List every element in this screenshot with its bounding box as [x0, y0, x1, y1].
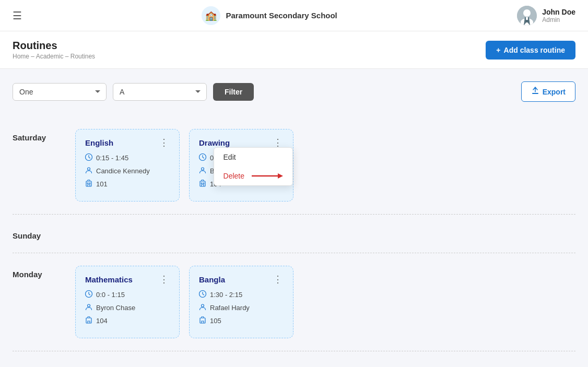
- english-teacher-detail: Candice Kennedy: [85, 167, 170, 175]
- svg-point-17: [88, 304, 90, 307]
- bangla-subject: Bangla: [199, 275, 225, 284]
- bangla-teacher-detail: Rafael Hardy: [199, 303, 284, 312]
- school-logo-icon: 🏫: [202, 6, 220, 25]
- english-room-detail: 101: [85, 180, 170, 188]
- saturday-label: Saturday: [13, 129, 75, 142]
- delete-menu-item[interactable]: Delete: [214, 167, 292, 185]
- building-icon-math: [85, 316, 92, 325]
- edit-menu-item[interactable]: Edit: [214, 148, 292, 167]
- mathematics-menu-button[interactable]: ⋮: [158, 275, 170, 284]
- person-icon-bangla: [199, 303, 206, 312]
- person-icon-math: [85, 303, 92, 312]
- user-name: John Doe: [542, 8, 575, 16]
- english-card-header: English ⋮: [85, 138, 170, 147]
- bangla-room-detail: 105: [199, 316, 284, 325]
- drawing-dropdown-menu: Edit Delete: [214, 147, 293, 186]
- section-filter[interactable]: A B C: [113, 83, 207, 101]
- export-label: Export: [543, 88, 566, 96]
- mathematics-room-detail: 104: [85, 316, 170, 325]
- english-card: English ⋮ 0:15 - 1:45: [75, 129, 180, 202]
- delete-arrow-icon: [252, 172, 283, 180]
- mathematics-card-header: Mathematics ⋮: [85, 275, 170, 284]
- mathematics-time-detail: 0:0 - 1:15: [85, 290, 170, 299]
- building-icon: [85, 180, 92, 188]
- main-content: One Two Three Four Five A B C Filter Exp…: [0, 69, 588, 364]
- sunday-row: Sunday: [13, 215, 575, 253]
- building-icon-drawing: [199, 180, 206, 188]
- monday-row: Monday Mathematics ⋮ 0:0 - 1:15: [13, 253, 575, 351]
- school-name: Paramount Secondary School: [226, 11, 337, 20]
- add-class-routine-label: Add class routine: [504, 46, 565, 54]
- english-room: 101: [96, 180, 108, 188]
- bangla-room: 105: [210, 317, 221, 325]
- person-icon: [85, 167, 92, 175]
- user-profile[interactable]: John Doe Admin: [517, 6, 575, 26]
- svg-point-1: [523, 9, 531, 17]
- bangla-menu-button[interactable]: ⋮: [272, 275, 284, 284]
- bangla-time-detail: 1:30 - 2:15: [199, 290, 284, 299]
- plus-icon: +: [496, 46, 500, 54]
- svg-point-20: [202, 304, 204, 307]
- svg-point-9: [88, 168, 90, 170]
- topnav: ☰ 🏫 Paramount Secondary School John Doe …: [0, 0, 588, 31]
- mathematics-time: 0:0 - 1:15: [96, 291, 125, 299]
- svg-rect-13: [200, 181, 205, 186]
- svg-point-12: [202, 168, 204, 170]
- clock-icon: [85, 153, 92, 162]
- page-title: Routines: [13, 40, 95, 52]
- svg-rect-7: [532, 93, 538, 94]
- class-filter[interactable]: One Two Three Four Five: [13, 83, 107, 101]
- building-icon-bangla: [199, 316, 206, 325]
- user-info: John Doe Admin: [542, 8, 575, 23]
- english-teacher: Candice Kennedy: [96, 167, 150, 175]
- add-class-routine-button[interactable]: + Add class routine: [486, 41, 575, 60]
- saturday-row: Saturday English ⋮ 0:15 - 1:45: [13, 116, 575, 215]
- mathematics-card: Mathematics ⋮ 0:0 - 1:15: [75, 266, 180, 338]
- filter-button[interactable]: Filter: [213, 83, 254, 101]
- export-icon: [531, 87, 539, 97]
- breadcrumb: Home – Academic – Routines: [13, 53, 95, 60]
- drawing-card-header: Drawing ⋮: [199, 138, 284, 147]
- hamburger-icon[interactable]: ☰: [13, 9, 22, 22]
- mathematics-room: 104: [96, 317, 108, 325]
- person-icon-drawing: [199, 167, 206, 175]
- mathematics-subject: Mathematics: [85, 275, 133, 284]
- bangla-teacher: Rafael Hardy: [210, 304, 250, 312]
- drawing-subject: Drawing: [199, 138, 230, 147]
- avatar: [517, 6, 537, 26]
- clock-icon-drawing: [199, 153, 206, 162]
- edit-label: Edit: [224, 153, 236, 161]
- drawing-menu-button[interactable]: ⋮: [272, 138, 284, 147]
- bangla-card-header: Bangla ⋮: [199, 275, 284, 284]
- school-branding: 🏫 Paramount Secondary School: [202, 6, 337, 25]
- svg-rect-21: [200, 318, 205, 323]
- page-header-left: Routines Home – Academic – Routines: [13, 40, 95, 60]
- delete-label: Delete: [224, 172, 244, 180]
- saturday-cards: English ⋮ 0:15 - 1:45: [75, 129, 575, 202]
- user-role: Admin: [542, 16, 575, 23]
- svg-marker-15: [278, 173, 283, 179]
- mathematics-teacher-detail: Byron Chase: [85, 303, 170, 312]
- filter-row: One Two Three Four Five A B C Filter Exp…: [13, 81, 575, 102]
- svg-rect-18: [86, 318, 91, 323]
- svg-rect-10: [86, 181, 91, 186]
- english-menu-button[interactable]: ⋮: [158, 138, 170, 147]
- english-subject: English: [85, 138, 113, 147]
- english-time-detail: 0:15 - 1:45: [85, 153, 170, 162]
- sunday-label: Sunday: [13, 227, 75, 240]
- monday-label: Monday: [13, 266, 75, 279]
- export-button[interactable]: Export: [521, 81, 575, 102]
- svg-rect-6: [526, 17, 528, 20]
- bangla-time: 1:30 - 2:15: [210, 291, 242, 299]
- mathematics-teacher: Byron Chase: [96, 304, 135, 312]
- clock-icon-math: [85, 290, 92, 299]
- drawing-card: Drawing ⋮ 0:0 - 1:15: [189, 129, 293, 202]
- clock-icon-bangla: [199, 290, 206, 299]
- english-time: 0:15 - 1:45: [96, 154, 128, 162]
- bangla-card: Bangla ⋮ 1:30 - 2:15: [189, 266, 293, 338]
- page-header: Routines Home – Academic – Routines + Ad…: [0, 31, 588, 69]
- monday-cards: Mathematics ⋮ 0:0 - 1:15: [75, 266, 575, 338]
